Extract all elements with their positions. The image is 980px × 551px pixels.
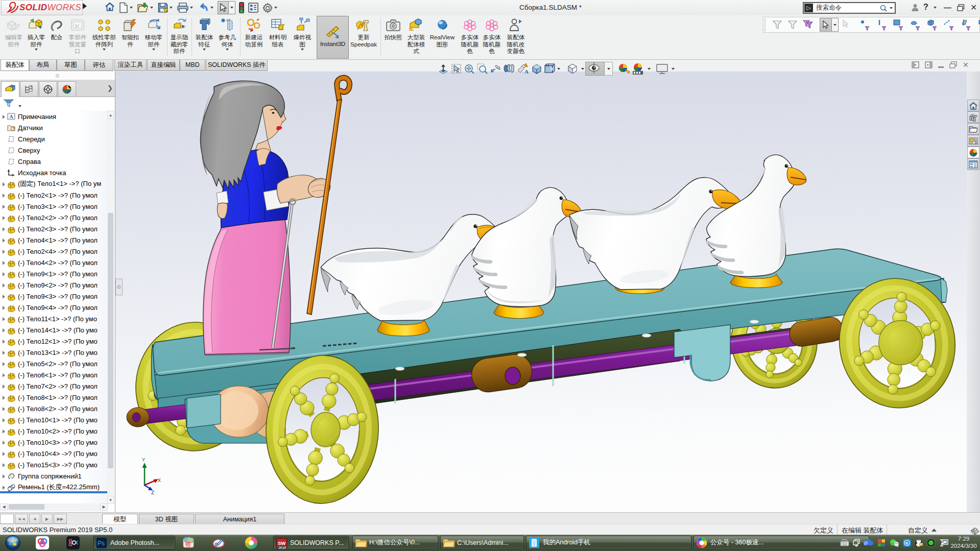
svg-text:A: A <box>9 114 13 119</box>
svg-text:X: X <box>158 478 161 484</box>
svg-text:99: 99 <box>187 542 192 547</box>
svg-text:2019: 2019 <box>278 545 286 549</box>
svg-text:Z: Z <box>151 490 154 496</box>
svg-text:K: K <box>905 541 909 545</box>
svg-text:SW: SW <box>278 540 285 546</box>
svg-text:Y: Y <box>142 458 145 463</box>
svg-text:A: A <box>524 68 529 75</box>
svg-text:Ps: Ps <box>98 540 105 547</box>
